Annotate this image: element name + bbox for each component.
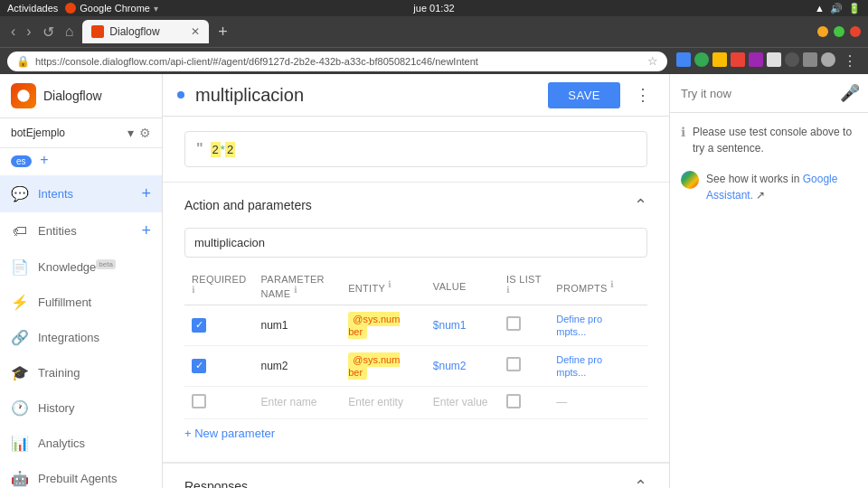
add-parameter-button[interactable]: + New parameter: [184, 419, 275, 447]
required-checkbox-2[interactable]: ✓: [192, 359, 206, 373]
ext-icon-4[interactable]: [731, 52, 745, 67]
row1-entity[interactable]: @sys.number: [341, 305, 426, 345]
ext-icon-3[interactable]: [712, 52, 727, 67]
sidebar-item-history[interactable]: 🕐 History: [0, 390, 162, 426]
lang-badge[interactable]: es: [11, 155, 32, 167]
maximize-btn[interactable]: [834, 26, 844, 37]
row2-entity[interactable]: @sys.number: [341, 345, 426, 386]
empty-prompts: —: [549, 386, 647, 418]
browser-tab[interactable]: Dialogflow ✕: [82, 20, 209, 43]
ext-icon-7[interactable]: [785, 52, 799, 67]
ext-icon-1[interactable]: [676, 52, 691, 67]
row2-islist[interactable]: [499, 345, 549, 386]
back-btn[interactable]: ‹: [7, 22, 19, 42]
lang-add-icon[interactable]: +: [40, 152, 48, 167]
value-text-2: $num2: [433, 360, 467, 372]
islist-checkbox-empty[interactable]: [506, 394, 521, 408]
empty-islist[interactable]: [499, 386, 549, 418]
prompts-info-icon[interactable]: ℹ: [610, 279, 614, 289]
action-section-content: REQUIRED ℹ PARAMETER NAME ℹ ENTITY ℹ: [163, 228, 669, 462]
row2-required[interactable]: ✓: [184, 345, 253, 386]
ext-icon-2[interactable]: [694, 52, 709, 67]
address-bar[interactable]: 🔒 https://console.dialogflow.com/api-cli…: [7, 52, 667, 71]
row1-param-name[interactable]: num1: [253, 305, 341, 345]
os-activities[interactable]: Actividades: [7, 3, 58, 14]
forward-btn[interactable]: ›: [23, 22, 34, 42]
ext-icon-5[interactable]: [749, 52, 763, 67]
action-section-header[interactable]: Action and parameters ⌃: [163, 183, 669, 228]
sidebar-item-prebuilt[interactable]: 🤖 Prebuilt Agents: [0, 461, 162, 488]
row2-prompts[interactable]: Define prompts...: [549, 345, 647, 386]
row2-value[interactable]: $num2: [426, 345, 499, 386]
entity-info-icon[interactable]: ℹ: [388, 279, 392, 289]
empty-required[interactable]: [184, 386, 253, 418]
minimize-btn[interactable]: [817, 26, 828, 37]
try-now-input[interactable]: [681, 87, 833, 100]
row1-value[interactable]: $num1: [426, 305, 499, 345]
info-icon: ℹ: [681, 125, 685, 139]
ext-icon-8[interactable]: [803, 52, 817, 67]
sidebar-item-integrations[interactable]: 🔗 Integrations: [0, 320, 162, 355]
os-chrome-label[interactable]: Google Chrome: [80, 3, 150, 14]
islist-info-icon[interactable]: ℹ: [506, 285, 510, 295]
empty-entity[interactable]: Enter entity: [341, 386, 426, 418]
os-bar: Actividades Google Chrome ▾ jue 01:32 ▲ …: [0, 0, 868, 16]
reload-btn[interactable]: ↺: [39, 22, 58, 42]
sidebar-item-knowledge[interactable]: 📄 Knowledgebeta: [0, 249, 162, 285]
empty-value[interactable]: Enter value: [426, 386, 499, 418]
entities-add-icon[interactable]: +: [141, 221, 151, 240]
close-btn[interactable]: [850, 26, 861, 37]
islist-checkbox-1[interactable]: [506, 316, 521, 331]
param-info-icon[interactable]: ℹ: [294, 285, 297, 295]
agent-settings-icon[interactable]: ⚙: [139, 126, 151, 140]
islist-checkbox-2[interactable]: [506, 357, 521, 371]
row2-param-name[interactable]: num2: [253, 345, 341, 386]
new-tab-btn[interactable]: +: [218, 23, 228, 42]
sidebar-item-intents[interactable]: 💬 Intents +: [0, 175, 162, 212]
row1-required[interactable]: ✓: [184, 305, 253, 345]
prebuilt-icon: 🤖: [11, 470, 29, 487]
required-checkbox-1[interactable]: ✓: [192, 318, 206, 333]
sidebar-label-integrations: Integrations: [38, 331, 151, 344]
url-text[interactable]: https://console.dialogflow.com/api-clien…: [35, 56, 642, 67]
fulfillment-icon: ⚡: [11, 294, 29, 311]
required-info-icon[interactable]: ℹ: [192, 285, 195, 295]
responses-section-header[interactable]: Responses ⌃: [163, 463, 669, 488]
training-icon: 🎓: [11, 364, 29, 381]
sidebar-item-entities[interactable]: 🏷 Entities +: [0, 212, 162, 249]
home-btn[interactable]: ⌂: [61, 22, 78, 42]
content-scroll[interactable]: " 2*2 Action and parameters ⌃: [163, 117, 669, 488]
sidebar-item-analytics[interactable]: 📊 Analytics: [0, 426, 162, 461]
os-chrome-dropdown-icon[interactable]: ▾: [154, 4, 158, 14]
action-collapse-icon[interactable]: ⌃: [634, 195, 647, 215]
empty-param-name[interactable]: Enter name: [253, 386, 341, 418]
mic-icon[interactable]: 🎤: [840, 83, 860, 103]
bookmark-icon[interactable]: ☆: [647, 54, 658, 68]
col-header-prompts: PROMPTS ℹ: [549, 268, 647, 305]
save-button[interactable]: SAVE: [548, 82, 620, 108]
ext-icon-9[interactable]: [821, 52, 835, 67]
responses-collapse-icon[interactable]: ⌃: [634, 476, 647, 488]
entities-icon: 🏷: [11, 223, 29, 239]
ext-icon-6[interactable]: [767, 52, 781, 67]
phrase-box: " 2*2: [184, 131, 647, 167]
os-bar-left: Actividades Google Chrome ▾: [7, 3, 158, 14]
tab-close-icon[interactable]: ✕: [191, 25, 200, 38]
intent-header: SAVE ⋮: [163, 74, 669, 117]
intents-add-icon[interactable]: +: [141, 184, 151, 203]
sidebar-item-fulfillment[interactable]: ⚡ Fulfillment: [0, 285, 162, 320]
intent-menu-icon[interactable]: ⋮: [631, 81, 655, 108]
value-placeholder: Enter value: [433, 396, 488, 408]
row1-islist[interactable]: [499, 305, 549, 345]
chrome-menu-icon[interactable]: ⋮: [839, 52, 861, 70]
sidebar-item-training[interactable]: 🎓 Training: [0, 355, 162, 390]
main-layout: Dialogflow botEjemplo ▾ ⚙ es + 💬 Intents…: [0, 74, 868, 488]
action-input[interactable]: [184, 228, 647, 258]
prompts-link-1[interactable]: Define prompts...: [556, 314, 602, 337]
prompts-link-2[interactable]: Define prompts...: [556, 354, 602, 378]
intent-name-input[interactable]: [195, 85, 537, 106]
agent-dropdown-icon[interactable]: ▾: [127, 126, 134, 140]
required-checkbox-empty[interactable]: [192, 394, 206, 408]
row1-prompts[interactable]: Define prompts...: [549, 305, 647, 345]
lock-icon: 🔒: [16, 55, 30, 68]
